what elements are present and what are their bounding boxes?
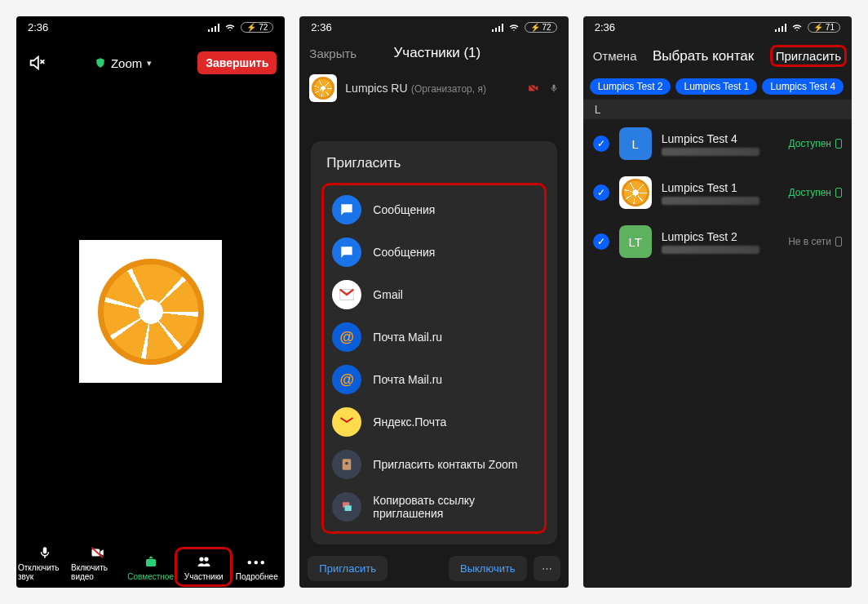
- status-bar: 2:36 ⚡72: [299, 16, 568, 37]
- share-button[interactable]: Совместное: [124, 549, 177, 584]
- gmail-icon: [332, 280, 361, 309]
- participants-title: Участники (1): [316, 45, 559, 61]
- participant-avatar: [309, 74, 337, 102]
- copy-link-icon: [332, 492, 361, 522]
- phone-screen-participants: 2:36 ⚡72 Закрыть Участники (1) Lumpics R…: [299, 16, 568, 588]
- contact-sub: [662, 148, 760, 156]
- contact-status: Доступен: [789, 138, 842, 149]
- mute-all-button[interactable]: Выключить: [449, 556, 527, 581]
- signal-icon: [208, 24, 219, 32]
- contact-avatar: [619, 176, 652, 209]
- invite-option-mailru[interactable]: @ Почта Mail.ru: [324, 358, 543, 401]
- participants-header: Закрыть Участники (1): [299, 37, 568, 68]
- invite-options-list: Сообщения Сообщения Gmail @ Почта Mail.r…: [321, 183, 546, 534]
- more-button[interactable]: ●●● Подробнее: [230, 549, 283, 584]
- status-time: 2:36: [28, 21, 48, 33]
- end-meeting-button[interactable]: Завершить: [197, 51, 277, 74]
- yandex-mail-icon: [332, 407, 361, 437]
- signal-icon: [775, 24, 786, 32]
- self-avatar-tile: [79, 240, 222, 383]
- mic-icon: [549, 82, 559, 95]
- signal-icon: [492, 24, 503, 32]
- chip[interactable]: Lumpics Test 2: [590, 78, 671, 95]
- invite-button[interactable]: Пригласить: [308, 556, 388, 581]
- camera-off-icon: [526, 82, 541, 94]
- invite-option-messages[interactable]: Сообщения: [324, 231, 543, 273]
- share-icon: [144, 553, 158, 571]
- svg-rect-16: [345, 505, 352, 511]
- messages-icon: [332, 238, 361, 267]
- contact-sub: [662, 197, 760, 205]
- checkmark-icon: ✓: [593, 135, 609, 152]
- contact-status: Не в сети: [788, 236, 842, 247]
- participant-row[interactable]: Lumpics RU (Организатор, я): [299, 68, 568, 109]
- wifi-icon: [791, 23, 803, 33]
- participants-actions: Пригласить Выключить ⋯: [299, 549, 568, 588]
- chip[interactable]: Lumpics Test 1: [675, 78, 757, 95]
- svg-rect-10: [552, 85, 555, 90]
- svg-point-6: [199, 557, 203, 561]
- status-time: 2:36: [311, 21, 331, 33]
- contact-row[interactable]: ✓ LT Lumpics Test 2 Не в сети: [583, 217, 852, 266]
- meeting-header: Zoom ▾ Завершить: [16, 37, 285, 82]
- participant-name: Lumpics RU: [345, 82, 407, 95]
- mailru-icon: @: [332, 322, 361, 352]
- contact-row[interactable]: ✓ L Lumpics Test 4 Доступен: [583, 119, 852, 168]
- participant-role: (Организатор, я): [411, 83, 486, 95]
- svg-rect-2: [42, 547, 46, 553]
- battery-icon: ⚡72: [241, 22, 273, 33]
- more-icon: ●●●: [247, 553, 267, 571]
- invite-option-copy-link[interactable]: Копировать ссылку приглашения: [324, 486, 543, 528]
- mute-button[interactable]: Отключить звук: [18, 540, 71, 584]
- contact-status: Доступен: [789, 187, 842, 198]
- svg-rect-5: [146, 559, 156, 566]
- device-icon: [835, 139, 842, 149]
- phone-screen-meeting: 2:36 ⚡72 Zoom ▾ Завершить: [16, 16, 285, 588]
- invite-option-zoom-contacts[interactable]: Пригласить контакты Zoom: [324, 443, 543, 486]
- invite-option-yandex[interactable]: Яндекс.Почта: [324, 401, 543, 443]
- status-bar: 2:36 ⚡71: [583, 16, 852, 37]
- participants-icon: [195, 553, 213, 571]
- svg-rect-3: [91, 549, 100, 557]
- checkmark-icon: ✓: [593, 184, 609, 201]
- device-icon: [835, 188, 842, 198]
- contact-avatar: LT: [619, 225, 652, 258]
- participants-button[interactable]: Участники: [175, 547, 232, 587]
- invite-option-mailru[interactable]: @ Почта Mail.ru: [324, 316, 543, 358]
- battery-icon: ⚡72: [525, 22, 557, 33]
- contact-name: Lumpics Test 4: [662, 132, 760, 145]
- wifi-icon: [224, 23, 236, 33]
- cancel-button[interactable]: Отмена: [588, 49, 637, 63]
- contact-sub: [662, 246, 760, 254]
- invite-button[interactable]: Пригласить: [770, 45, 847, 67]
- contact-avatar: L: [619, 127, 652, 160]
- svg-rect-8: [529, 86, 535, 91]
- status-bar: 2:36 ⚡72: [16, 16, 285, 37]
- speaker-icon[interactable]: [24, 54, 49, 72]
- invite-option-messages[interactable]: Сообщения: [324, 189, 543, 231]
- orange-avatar-icon: [98, 259, 204, 365]
- mailru-icon: @: [332, 365, 361, 394]
- camera-off-icon: [90, 544, 106, 562]
- meeting-title[interactable]: Zoom ▾: [95, 56, 152, 70]
- shield-icon: [95, 57, 106, 69]
- svg-point-14: [345, 462, 348, 465]
- contact-row[interactable]: ✓ Lumpics Test 1 Доступен: [583, 168, 852, 217]
- selected-chips: Lumpics Test 2 Lumpics Test 1 Lumpics Te…: [583, 73, 852, 100]
- checkmark-icon: ✓: [593, 233, 609, 250]
- wifi-icon: [508, 23, 520, 33]
- meeting-toolbar: Отключить звук Включить видео Совместное…: [16, 540, 285, 588]
- chevron-down-icon: ▾: [147, 58, 152, 69]
- select-contacts-header: Отмена Выбрать контак Пригласить: [583, 37, 852, 73]
- video-button[interactable]: Включить видео: [71, 540, 124, 584]
- chip[interactable]: Lumpics Test 4: [762, 78, 844, 95]
- phone-screen-select-contacts: 2:36 ⚡71 Отмена Выбрать контак Пригласит…: [583, 16, 852, 588]
- section-header: L: [583, 100, 852, 119]
- select-contacts-title: Выбрать контак: [636, 48, 769, 64]
- device-icon: [835, 237, 842, 246]
- invite-option-gmail[interactable]: Gmail: [324, 273, 543, 316]
- more-actions-button[interactable]: ⋯: [534, 556, 560, 581]
- video-area: [16, 82, 285, 540]
- messages-icon: [332, 195, 361, 224]
- battery-icon: ⚡71: [808, 22, 840, 33]
